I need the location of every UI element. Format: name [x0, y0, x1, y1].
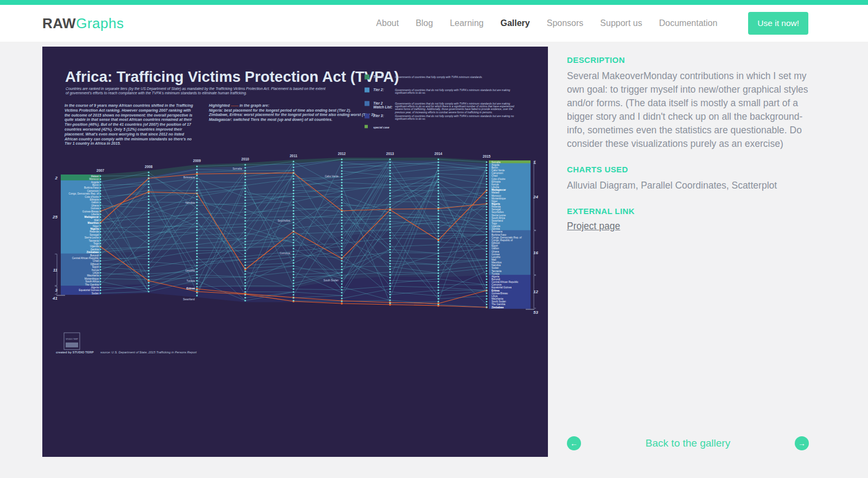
- svg-text:Botswana: Botswana: [183, 176, 195, 179]
- svg-text:Zimbabwe: Zimbabwe: [492, 306, 504, 309]
- svg-text:2011: 2011: [290, 154, 297, 158]
- description-section: DESCRIPTION Several MakeoverMonday contr…: [567, 55, 809, 151]
- svg-text:Togo: Togo: [93, 242, 99, 245]
- svg-text:2009: 2009: [193, 159, 201, 163]
- legend-swatch-tier3: [365, 114, 369, 119]
- logo-graphs: Graphs: [76, 15, 124, 31]
- svg-text:Sierra Leone: Sierra Leone: [85, 236, 99, 239]
- svg-text:Uganda: Uganda: [90, 245, 99, 248]
- svg-text:Namibia: Namibia: [185, 202, 195, 204]
- svg-text:Guinea-Bissau: Guinea-Bissau: [82, 210, 99, 213]
- svg-text:of government's efforts to rea: of government's efforts to reach complia…: [66, 91, 247, 95]
- svg-text:previous year, of increasing e: previous year, of increasing efforts to …: [394, 111, 493, 114]
- svg-text:Tier 2: Tier 2: [373, 101, 383, 105]
- svg-text:Malawi: Malawi: [91, 175, 99, 178]
- svg-text:2: 2: [55, 176, 58, 180]
- svg-text:Lesotho: Lesotho: [186, 269, 195, 272]
- svg-text:Zimbabwe: Zimbabwe: [87, 251, 99, 254]
- svg-text:Burundi: Burundi: [90, 254, 99, 257]
- svg-text:Zimbabwe, Eritrea: worst place: Zimbabwe, Eritrea: worst placement for t…: [208, 113, 375, 117]
- svg-text:Comoros: Comoros: [280, 252, 291, 255]
- svg-text:Tier 1 country in Africa in 20: Tier 1 country in Africa in 2015.: [65, 141, 121, 146]
- svg-text:Morocco: Morocco: [89, 178, 99, 180]
- main-nav: About Blog Learning Gallery Sponsors Sup…: [376, 12, 808, 35]
- svg-text:Tier 3:: Tier 3:: [373, 114, 384, 118]
- svg-text:STUDIO TERP: STUDIO TERP: [66, 338, 78, 340]
- svg-text:Governments of countries that: Governments of countries that fully comp…: [395, 76, 482, 79]
- nav-sponsors[interactable]: Sponsors: [547, 18, 584, 28]
- svg-text:Djibouti: Djibouti: [91, 263, 99, 266]
- nav-documentation[interactable]: Documentation: [659, 18, 718, 28]
- svg-text:Swaziland: Swaziland: [183, 298, 195, 301]
- svg-text:Equatorial Guinea: Equatorial Guinea: [79, 289, 99, 292]
- svg-text:2007: 2007: [97, 169, 105, 172]
- svg-text:significant efforts to do so.: significant efforts to do so.: [395, 92, 426, 94]
- svg-text:24: 24: [533, 195, 538, 199]
- svg-text:Angola: Angola: [91, 181, 99, 184]
- svg-text:Zambia: Zambia: [91, 248, 99, 251]
- logo-raw: RAW: [42, 15, 76, 31]
- svg-text:Victims Protection Act ranking: Victims Protection Act ranking. However …: [65, 108, 191, 113]
- svg-text:Cameroon: Cameroon: [87, 190, 99, 192]
- legend-swatch-watch: [365, 101, 369, 106]
- svg-text:South Sudan: South Sudan: [323, 279, 339, 282]
- svg-text:2008: 2008: [145, 165, 153, 169]
- svg-text:Chad: Chad: [93, 260, 99, 262]
- svg-text:12: 12: [533, 289, 538, 294]
- svg-text:Madagascar: Madagascar: [84, 216, 99, 218]
- rawgraphs-logo[interactable]: RAWGraphs: [42, 15, 124, 32]
- svg-text:Benin: Benin: [92, 184, 99, 186]
- svg-text:Ghana: Ghana: [91, 204, 99, 207]
- svg-text:Niger: Niger: [93, 225, 99, 228]
- svg-text:Mozambique: Mozambique: [85, 277, 99, 280]
- svg-text:Nigeria: Nigeria: [90, 228, 99, 230]
- charts-used-section: CHARTS USED Alluvial Diagram, Parallel C…: [567, 165, 809, 192]
- previous-item-button[interactable]: ←: [567, 436, 581, 450]
- tvpa-visualization: MalawiMoroccoAngolaBeninBurkina FasoCame…: [42, 47, 548, 457]
- svg-text:Burkina Faso: Burkina Faso: [84, 186, 99, 189]
- svg-text:quite stable in that sense tha: quite stable in that sense that most Afr…: [65, 118, 193, 122]
- svg-text:Rwanda: Rwanda: [90, 230, 99, 233]
- use-it-now-button[interactable]: Use it now!: [748, 12, 808, 35]
- svg-text:Liberia: Liberia: [91, 213, 99, 216]
- svg-text:Mauritius: Mauritius: [88, 222, 99, 224]
- svg-text:Tunisia: Tunisia: [187, 280, 195, 282]
- svg-text:Madagascar: switched Tiers the: Madagascar: switched Tiers the most (up …: [209, 118, 333, 122]
- svg-text:Cabo Verde: Cabo Verde: [325, 175, 339, 178]
- svg-text:Congo, Democratic Rep. of: Congo, Democratic Rep. of: [69, 192, 99, 195]
- svg-text:Seychelles: Seychelles: [278, 219, 291, 222]
- svg-text:16: 16: [533, 250, 538, 255]
- svg-text:the outcome of 2015 shows no i: the outcome of 2015 shows no improvement…: [65, 113, 193, 118]
- charts-used-heading: CHARTS USED: [567, 165, 809, 174]
- nav-learning[interactable]: Learning: [450, 18, 483, 28]
- svg-text:Countries are ranked in separa: Countries are ranked in separate tiers (…: [66, 87, 326, 91]
- description-text: Several MakeoverMonday contributions in …: [567, 69, 809, 151]
- back-to-gallery-link[interactable]: Back to the gallery: [646, 437, 730, 449]
- svg-text:Gabon: Gabon: [91, 201, 99, 204]
- svg-text:2012: 2012: [338, 152, 346, 156]
- svg-text:25: 25: [52, 215, 58, 219]
- external-link-heading: EXTERNAL LINK: [567, 206, 809, 216]
- nav-about[interactable]: About: [376, 18, 399, 28]
- svg-text:53: 53: [533, 310, 538, 315]
- project-page-link[interactable]: Project page: [567, 221, 620, 231]
- charts-used-value: Alluvial Diagram, Parallel Coordinates, …: [567, 179, 809, 192]
- gallery-pager: ← Back to the gallery →: [567, 436, 809, 450]
- svg-text:Tier 2:: Tier 2:: [373, 88, 384, 92]
- nav-gallery[interactable]: Gallery: [500, 18, 529, 28]
- top-accent-bar: [0, 0, 868, 5]
- svg-text:Tanzania: Tanzania: [89, 240, 99, 242]
- legend-swatch-tier1: [365, 75, 369, 80]
- svg-text:Guinea: Guinea: [91, 207, 99, 210]
- next-item-button[interactable]: →: [795, 436, 809, 450]
- svg-text:2010: 2010: [241, 157, 250, 161]
- svg-text:Libya: Libya: [93, 272, 99, 274]
- svg-text:3: 3: [55, 288, 58, 293]
- svg-text:41: 41: [52, 296, 58, 301]
- nav-support-us[interactable]: Support us: [600, 18, 642, 28]
- nav-blog[interactable]: Blog: [416, 18, 433, 28]
- svg-text:significant efforts to do so.: significant efforts to do so.: [395, 118, 426, 120]
- source-text: source: U.S. Department of State, 2015 T…: [100, 351, 197, 354]
- legend-swatch-tier2: [365, 88, 369, 93]
- svg-text:2015: 2015: [483, 154, 491, 158]
